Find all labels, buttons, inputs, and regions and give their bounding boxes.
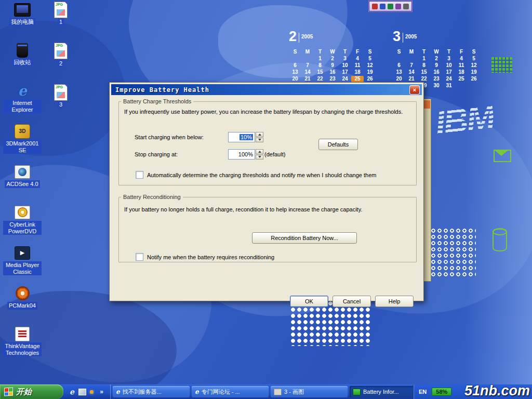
cancel-button[interactable]: Cancel: [332, 296, 371, 307]
stop-charge-input[interactable]: 100%: [228, 149, 255, 159]
reconditioning-description: If your battery no longer holds a full c…: [124, 206, 411, 212]
calendar-day-header: T: [339, 49, 351, 55]
calendar-day: 24: [443, 76, 455, 82]
improve-battery-health-dialog: Improve Battery Health × Battery Charge …: [109, 82, 424, 301]
notify-reconditioning-checkbox-label[interactable]: Notify me when the battery requires reco…: [147, 254, 274, 260]
calendar-day-header: W: [326, 49, 339, 55]
calendar-day: 8: [418, 62, 430, 69]
quick-launch-bar: e»: [63, 384, 111, 399]
calendar-day: 30: [430, 83, 443, 89]
taskbar-task-3[interactable]: 3 - 画图: [271, 386, 348, 397]
stop-charge-down-button[interactable]: [256, 155, 263, 160]
ie-quick-icon[interactable]: e: [68, 388, 76, 396]
desktop-icon-6[interactable]: CyberLink PowerDVD: [3, 204, 42, 244]
calendar-day: 4: [351, 56, 364, 62]
calendar-day: 1: [314, 56, 326, 62]
desktop-file-3[interactable]: JPG3: [48, 84, 74, 109]
auto-thresholds-checkbox[interactable]: [136, 171, 143, 179]
default-note: (default): [264, 151, 285, 157]
desktop-icon-5[interactable]: ACDSee 4.0: [3, 163, 42, 204]
auto-thresholds-checkbox-row[interactable]: Automatically determine the charging thr…: [136, 171, 376, 179]
stop-charge-up-button[interactable]: [256, 149, 263, 154]
options-icon[interactable]: [403, 4, 409, 9]
taskbar-task-2[interactable]: e专门网论坛 - ...: [192, 386, 269, 397]
internet-explorer-icon: e: [14, 82, 31, 99]
speech-icon[interactable]: [395, 4, 401, 9]
start-charging-label: Start charging when below:: [135, 134, 204, 140]
notify-reconditioning-checkbox[interactable]: [136, 253, 143, 261]
calendar-day: 14: [301, 69, 314, 75]
calendar-day-header: F: [455, 49, 468, 55]
calendar-day-header: M: [405, 49, 418, 55]
chevron-down-icon: [258, 156, 261, 158]
calendar-year: 2005: [405, 34, 417, 39]
media-player-quick-icon[interactable]: [88, 389, 95, 395]
desktop-icon-4[interactable]: 3D3DMark2001 SE: [3, 123, 42, 163]
calendar-day: 4: [455, 56, 468, 62]
reconditioning-group-title: Battery Reconditioning: [121, 194, 183, 200]
ok-button[interactable]: OK: [290, 296, 328, 307]
desktop-icon-3[interactable]: eInternet Explorer: [3, 82, 42, 123]
desktop-file-label: 1: [58, 18, 64, 26]
taskbar-task-1[interactable]: e找不到服务器...: [113, 386, 190, 397]
battery-task-icon: [353, 389, 361, 395]
wallpaper-calendar-march: 32005SMTWTFS1234567891011121314151617181…: [393, 29, 480, 89]
help-button[interactable]: Help: [375, 296, 414, 307]
start-button[interactable]: 开始: [0, 384, 63, 399]
desktop-icon-label: 回收站: [12, 59, 33, 66]
start-charge-up-button[interactable]: [256, 132, 263, 137]
calendar-day: 15: [314, 69, 326, 75]
recondition-battery-button[interactable]: Recondition Battery Now...: [252, 232, 357, 244]
task-button-area: e找不到服务器...e专门网论坛 - ...3 - 画图Battery Info…: [111, 384, 413, 399]
powerdvd-icon: [14, 204, 31, 221]
desktop-file-column: JPG1JPG2JPG3: [48, 1, 74, 109]
battery-tray-indicator[interactable]: 58%: [432, 388, 451, 396]
desktop-file-1[interactable]: JPG1: [48, 1, 74, 26]
language-indicator[interactable]: EN: [419, 389, 427, 395]
desktop-icon-column: 我的电脑回收站eInternet Explorer3D3DMark2001 SE…: [3, 1, 42, 366]
watermark: 51nb.com: [464, 383, 530, 399]
solid-dots-decoration: [290, 300, 372, 346]
calendar-day: 3: [443, 56, 455, 62]
calendar-day-header: T: [314, 49, 326, 55]
calendar-day: [301, 56, 314, 62]
input-language-icon[interactable]: [372, 4, 378, 9]
desktop-icon-7[interactable]: ▶Media Player Classic: [3, 244, 42, 285]
desktop-icon-label: 我的电脑: [9, 18, 35, 26]
start-charge-down-button[interactable]: [256, 138, 263, 143]
desktop-icon-label: ThinkVantage Technologies: [3, 342, 42, 356]
calendar-day: 25: [351, 76, 364, 82]
calendar-day: 16: [430, 69, 443, 75]
language-toolbar[interactable]: [369, 1, 412, 11]
calendar-day: 22: [314, 76, 326, 82]
calendar-day: 10: [443, 62, 455, 69]
desktop-icon-9[interactable]: ThinkVantage Technologies: [3, 325, 42, 366]
notify-reconditioning-checkbox-row[interactable]: Notify me when the battery requires reco…: [136, 253, 274, 261]
jpg-file-icon: JPG: [52, 43, 70, 60]
calendar-day-header: S: [289, 49, 301, 55]
thresholds-group-title: Battery Charge Thresholds: [121, 98, 193, 104]
auto-thresholds-checkbox-label[interactable]: Automatically determine the charging thr…: [147, 172, 376, 178]
desktop-icon-2[interactable]: 回收站: [3, 42, 42, 82]
calendar-day: 31: [443, 83, 455, 89]
quick-launch-overflow-icon[interactable]: »: [97, 388, 106, 396]
ring-dots-decoration: [424, 228, 476, 277]
pcmark-icon: [14, 285, 31, 302]
desktop-icon-1[interactable]: 我的电脑: [3, 1, 42, 42]
handwriting-icon[interactable]: [388, 4, 393, 9]
defaults-button[interactable]: Defaults: [318, 139, 358, 150]
chevron-up-icon: [258, 151, 261, 153]
show-desktop-icon[interactable]: [78, 389, 86, 395]
calendar-day: 26: [364, 76, 376, 82]
calendar-day: 2: [326, 56, 339, 62]
paint-task-icon: [274, 389, 282, 395]
calendar-day: 19: [468, 69, 480, 75]
dialog-titlebar[interactable]: Improve Battery Health ×: [111, 84, 422, 95]
calendar-day: 6: [289, 62, 301, 69]
desktop-file-2[interactable]: JPG2: [48, 43, 74, 68]
close-button[interactable]: ×: [409, 85, 420, 95]
start-charge-input[interactable]: 10%: [228, 132, 255, 142]
desktop-icon-8[interactable]: PCMark04: [3, 285, 42, 325]
keyboard-icon[interactable]: [380, 4, 385, 9]
calendar-day: 2: [430, 56, 443, 62]
